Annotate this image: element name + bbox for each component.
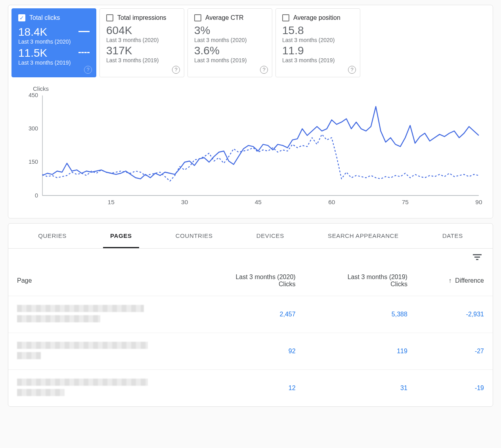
col-period-b-line1: Last 3 months (2019) (313, 274, 407, 281)
tab-pages[interactable]: PAGES (103, 224, 139, 248)
metric-period-a: Last 3 months (2020) (106, 37, 178, 43)
dimension-panel: QUERIES PAGES COUNTRIES DEVICES SEARCH A… (8, 223, 493, 407)
performance-panel: ✓ Total clicks 18.4K Last 3 months (2020… (8, 5, 493, 218)
cell-page (8, 296, 192, 333)
col-period-a-line2: Clicks (201, 281, 295, 288)
cell-page (8, 333, 192, 370)
checkbox-icon: ✓ (18, 14, 25, 21)
metric-card-average-position[interactable]: Average position 15.8 Last 3 months (202… (275, 8, 360, 77)
metric-period-b: Last 3 months (2019) (106, 57, 178, 63)
col-period-b[interactable]: Last 3 months (2019) Clicks (304, 262, 416, 296)
checkbox-icon (194, 14, 201, 21)
metric-cards-row: ✓ Total clicks 18.4K Last 3 months (2020… (8, 5, 493, 79)
metric-value-b: 3.6% (194, 45, 266, 57)
metric-card-total-clicks[interactable]: ✓ Total clicks 18.4K Last 3 months (2020… (11, 8, 96, 77)
metric-value-b: 317K (106, 45, 178, 57)
help-icon[interactable]: ? (84, 66, 92, 74)
tab-countries[interactable]: COUNTRIES (168, 224, 220, 248)
svg-text:300: 300 (29, 125, 38, 132)
metric-title: Total clicks (29, 14, 60, 21)
svg-text:75: 75 (402, 199, 409, 205)
cell-clicks-b: 119 (304, 333, 416, 370)
series-swatch-solid-icon (78, 31, 90, 32)
help-icon[interactable]: ? (260, 66, 268, 74)
cell-clicks-a: 92 (192, 333, 304, 370)
cell-clicks-b: 31 (304, 370, 416, 406)
cell-clicks-a: 2,457 (192, 296, 304, 333)
metric-value-a: 15.8 (282, 25, 354, 37)
metric-title: Average position (293, 14, 340, 21)
cell-difference: -27 (416, 333, 493, 370)
metric-title: Average CTR (205, 14, 244, 21)
col-page[interactable]: Page (8, 262, 192, 296)
cell-clicks-b: 5,388 (304, 296, 416, 333)
pages-table: Page Last 3 months (2020) Clicks Last 3 … (8, 262, 493, 406)
cell-page (8, 370, 192, 406)
svg-text:90: 90 (475, 199, 482, 205)
series-swatch-dashed-icon (78, 52, 90, 53)
col-difference-label: Difference (455, 277, 484, 284)
svg-text:45: 45 (255, 199, 262, 205)
cell-difference: -2,931 (416, 296, 493, 333)
col-period-a-line1: Last 3 months (2020) (201, 274, 295, 281)
metric-value-a: 3% (194, 25, 266, 37)
dimension-tabs: QUERIES PAGES COUNTRIES DEVICES SEARCH A… (8, 224, 493, 249)
cell-clicks-a: 12 (192, 370, 304, 406)
metric-value-a: 604K (106, 25, 178, 37)
table-row[interactable]: 2,457 5,388 -2,931 (8, 296, 493, 333)
metric-value-a: 18.4K (18, 26, 47, 38)
svg-text:0: 0 (35, 192, 38, 198)
metric-value-b: 11.9 (282, 45, 354, 57)
metric-period-b: Last 3 months (2019) (18, 59, 90, 66)
col-difference[interactable]: ↑ Difference (416, 262, 493, 296)
clicks-chart: 0150300450153045607590 (18, 93, 483, 207)
svg-text:30: 30 (181, 199, 188, 205)
tab-search-appearance[interactable]: SEARCH APPEARANCE (321, 224, 406, 248)
table-row[interactable]: 12 31 -19 (8, 370, 493, 406)
help-icon[interactable]: ? (172, 66, 180, 74)
metric-period-b: Last 3 months (2019) (282, 57, 354, 63)
metric-card-total-impressions[interactable]: Total impressions 604K Last 3 months (20… (99, 8, 184, 77)
sort-arrow-icon: ↑ (448, 277, 451, 284)
metric-title: Total impressions (117, 14, 166, 21)
chart-area: Clicks 0150300450153045607590 (8, 79, 493, 218)
metric-card-average-ctr[interactable]: Average CTR 3% Last 3 months (2020) 3.6%… (187, 8, 272, 77)
svg-text:15: 15 (108, 199, 115, 205)
svg-text:450: 450 (29, 93, 38, 98)
cell-difference: -19 (416, 370, 493, 406)
checkbox-icon (106, 14, 113, 21)
tab-dates[interactable]: DATES (435, 224, 470, 248)
metric-period-a: Last 3 months (2020) (194, 37, 266, 43)
svg-text:60: 60 (328, 199, 335, 205)
col-period-b-line2: Clicks (313, 281, 407, 288)
checkbox-icon (282, 14, 289, 21)
svg-text:150: 150 (29, 159, 38, 165)
metric-period-a: Last 3 months (2020) (18, 38, 90, 45)
filter-icon[interactable] (473, 254, 482, 260)
table-row[interactable]: 92 119 -27 (8, 333, 493, 370)
metric-period-a: Last 3 months (2020) (282, 37, 354, 43)
help-icon[interactable]: ? (348, 66, 356, 74)
chart-title: Clicks (33, 85, 483, 92)
table-header-row: Page Last 3 months (2020) Clicks Last 3 … (8, 262, 493, 296)
tab-devices[interactable]: DEVICES (249, 224, 291, 248)
col-period-a[interactable]: Last 3 months (2020) Clicks (192, 262, 304, 296)
metric-period-b: Last 3 months (2019) (194, 57, 266, 63)
metric-value-b: 11.5K (18, 47, 47, 59)
tab-queries[interactable]: QUERIES (31, 224, 74, 248)
